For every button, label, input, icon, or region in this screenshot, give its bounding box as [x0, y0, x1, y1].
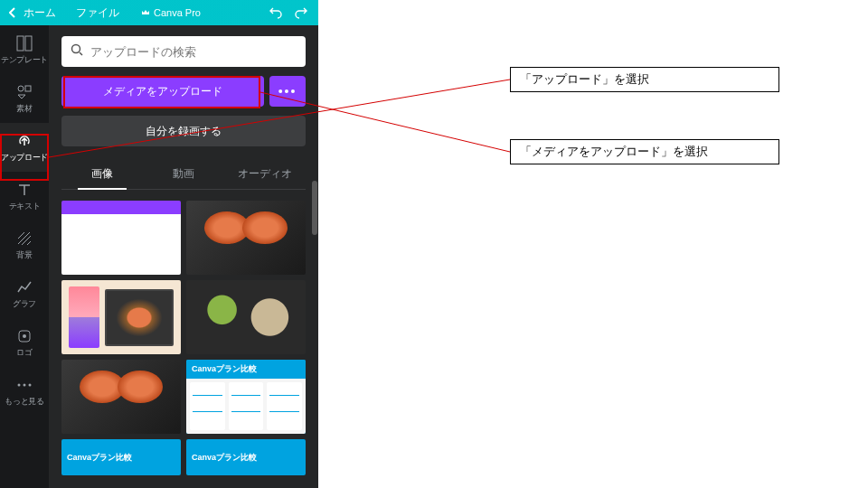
plan-title: Canvaプラン比較 [186, 360, 306, 379]
side-rail: テンプレート 素材 アップロード テキスト 背景 グラフ [0, 25, 49, 488]
rail-label: グラフ [13, 299, 36, 310]
record-yourself-button[interactable]: 自分を録画する [61, 116, 306, 146]
undo-button[interactable] [266, 6, 286, 19]
rail-item-charts[interactable]: グラフ [0, 269, 49, 318]
annotation-text-1: 「アップロード」を選択 [510, 67, 779, 92]
rail-label: もっと見る [5, 397, 44, 408]
tab-video[interactable]: 動画 [143, 159, 224, 189]
crown-icon [141, 8, 150, 17]
svg-rect-0 [17, 36, 24, 51]
home-link[interactable]: ホーム [24, 5, 56, 21]
rail-label: 背景 [16, 250, 32, 261]
panel-scrollbar[interactable] [312, 36, 317, 481]
panel-uploads: メディアをアップロード ••• 自分を録画する 画像 動画 オーディオ [49, 25, 318, 488]
app-body: テンプレート 素材 アップロード テキスト 背景 グラフ [0, 25, 318, 488]
upload-thumbnail[interactable] [186, 280, 306, 354]
upload-thumbnail[interactable]: Canvaプラン比較 [186, 439, 306, 475]
plan-title: Canvaプラン比較 [186, 448, 306, 467]
tab-images[interactable]: 画像 [61, 159, 143, 189]
uploads-icon [15, 132, 33, 150]
svg-rect-1 [25, 36, 32, 51]
svg-point-9 [72, 45, 80, 53]
top-bar: ホーム ファイル Canva Pro [0, 0, 318, 25]
rail-label: アップロード [1, 153, 48, 164]
rail-item-logos[interactable]: ロゴ [0, 318, 49, 367]
logos-icon [15, 327, 33, 345]
upload-media-button[interactable]: メディアをアップロード [61, 76, 264, 107]
templates-icon [15, 34, 33, 52]
svg-point-7 [24, 383, 26, 386]
pro-label: Canva Pro [154, 7, 201, 18]
rail-item-background[interactable]: 背景 [0, 221, 49, 269]
rail-label: テンプレート [1, 55, 48, 66]
upload-thumbnail[interactable]: Canvaプラン比較 [61, 439, 181, 475]
svg-point-5 [23, 334, 26, 338]
app-shell: ホーム ファイル Canva Pro テンプレート 素材 アップロード [0, 0, 318, 488]
canva-pro-badge[interactable]: Canva Pro [141, 7, 201, 18]
more-icon [15, 376, 33, 394]
search-input[interactable] [90, 45, 297, 59]
svg-point-2 [18, 86, 24, 91]
rail-item-text[interactable]: テキスト [0, 172, 49, 221]
redo-icon [295, 6, 307, 19]
upload-thumbnail[interactable] [61, 360, 181, 434]
annotation-text-2: 「メディアをアップロード」を選択 [510, 139, 779, 164]
back-button[interactable] [7, 7, 18, 18]
rail-label: テキスト [9, 202, 41, 212]
svg-point-8 [29, 383, 32, 386]
redo-button[interactable] [291, 6, 311, 19]
text-icon [15, 181, 33, 199]
rail-label: 素材 [16, 104, 32, 115]
plan-title: Canvaプラン比較 [61, 448, 181, 467]
upload-thumbnail[interactable] [186, 201, 306, 275]
rail-item-uploads[interactable]: アップロード [0, 123, 49, 172]
upload-thumbnail[interactable] [61, 280, 181, 354]
svg-rect-3 [25, 86, 31, 91]
media-tabs: 画像 動画 オーディオ [61, 159, 306, 190]
search-box[interactable] [61, 36, 306, 67]
elements-icon [15, 83, 33, 101]
rail-item-elements[interactable]: 素材 [0, 74, 49, 123]
upload-thumbnail[interactable]: Canvaプラン比較 [186, 360, 306, 434]
undo-icon [269, 6, 282, 19]
scrollbar-thumb[interactable] [312, 181, 317, 235]
tab-audio[interactable]: オーディオ [224, 159, 306, 189]
rail-label: ロゴ [16, 348, 32, 359]
search-icon [71, 43, 83, 60]
background-icon [15, 230, 33, 248]
upload-thumbnail[interactable] [61, 201, 181, 275]
upload-more-button[interactable]: ••• [269, 76, 306, 107]
rail-item-templates[interactable]: テンプレート [0, 25, 49, 74]
charts-icon [15, 278, 33, 296]
uploads-grid: Canvaプラン比較 Canvaプラン比較 Canvaプラン比較 [61, 201, 306, 488]
svg-point-6 [18, 383, 21, 386]
rail-item-more[interactable]: もっと見る [0, 367, 49, 416]
file-menu[interactable]: ファイル [76, 5, 119, 21]
